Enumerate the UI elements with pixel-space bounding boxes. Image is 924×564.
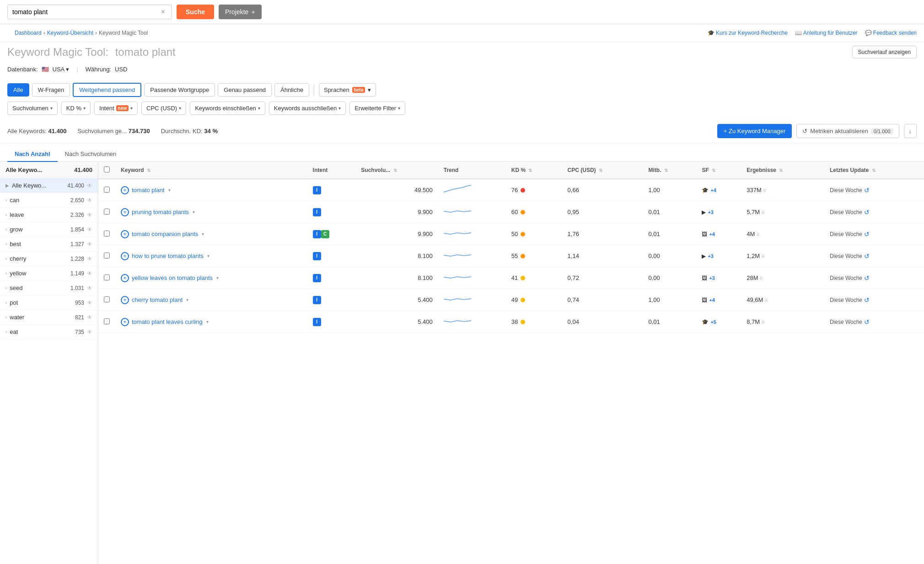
eye-icon[interactable]: 👁 xyxy=(87,285,92,291)
keyword-dropdown-icon[interactable]: ▾ xyxy=(207,253,210,258)
sf-column-header[interactable]: SF ⇅ xyxy=(696,162,741,179)
eye-icon[interactable]: 👁 xyxy=(87,197,92,204)
sf-plus[interactable]: +3 xyxy=(709,275,715,281)
search-input[interactable] xyxy=(12,8,159,16)
sort-tab-anzahl[interactable]: Nach Anzahl xyxy=(7,147,58,162)
sf-plus[interactable]: +3 xyxy=(708,209,714,215)
sort-tab-suchvolumen[interactable]: Nach Suchvolumen xyxy=(58,147,124,162)
refresh-icon[interactable]: ↺ xyxy=(864,274,870,282)
feedback-link[interactable]: 💬 Feedback senden xyxy=(865,30,917,36)
update-column-header[interactable]: Letztes Update ⇅ xyxy=(824,162,924,179)
refresh-icon[interactable]: ↺ xyxy=(864,296,870,304)
sidebar-item-cherry[interactable]: › cherry 1.228 👁 xyxy=(0,252,98,266)
anleitung-link[interactable]: 📖 Anleitung für Benutzer xyxy=(795,30,858,36)
breadcrumb-keyword-overview[interactable]: Keyword-Übersicht xyxy=(47,30,93,36)
keyword-dropdown-icon[interactable]: ▾ xyxy=(193,209,195,215)
row-checkbox-cell[interactable] xyxy=(98,223,115,245)
keyword-link[interactable]: tomato plant xyxy=(132,187,165,193)
refresh-icon[interactable]: ↺ xyxy=(864,231,870,238)
keyword-column-header[interactable]: Keyword ⇅ xyxy=(115,162,307,179)
row-checkbox-cell[interactable] xyxy=(98,267,115,289)
add-keyword-icon[interactable]: + xyxy=(121,208,129,216)
keywords-exclude-filter[interactable]: Keywords ausschließen ▾ xyxy=(269,102,346,115)
add-keyword-icon[interactable]: + xyxy=(121,296,129,304)
eye-icon[interactable]: 👁 xyxy=(87,183,92,189)
tab-weitgehend[interactable]: Weitgehend passend xyxy=(73,83,141,97)
keyword-dropdown-icon[interactable]: ▾ xyxy=(216,275,219,280)
sf-plus[interactable]: +4 xyxy=(709,231,715,237)
sidebar-item-pot[interactable]: › pot 953 👁 xyxy=(0,295,98,310)
export-button[interactable]: ↓ xyxy=(904,124,917,138)
suchvolumen-filter[interactable]: Suchvolumen ▾ xyxy=(7,102,58,115)
sf-plus[interactable]: +4 xyxy=(709,297,715,303)
refresh-icon[interactable]: ↺ xyxy=(864,252,870,260)
eye-icon[interactable]: 👁 xyxy=(87,300,92,306)
kd-filter[interactable]: KD % ▾ xyxy=(61,102,91,115)
keyword-dropdown-icon[interactable]: ▾ xyxy=(168,188,171,193)
country-dropdown[interactable]: USA ▾ xyxy=(53,66,70,73)
keyword-link[interactable]: tomato plant leaves curling xyxy=(132,318,203,325)
keyword-link[interactable]: how to prune tomato plants xyxy=(132,252,204,259)
tab-alle[interactable]: Alle xyxy=(7,83,29,97)
intent-column-header[interactable]: Intent xyxy=(307,162,356,179)
row-checkbox-cell[interactable] xyxy=(98,179,115,201)
keywords-include-filter[interactable]: Keywords einschließen ▾ xyxy=(190,102,265,115)
projekte-button[interactable]: Projekte + xyxy=(219,5,262,19)
eye-icon[interactable]: 👁 xyxy=(87,314,92,321)
select-all-header[interactable] xyxy=(98,162,115,179)
clear-button[interactable]: × xyxy=(159,8,167,16)
keyword-link[interactable]: yellow leaves on tomato plants xyxy=(132,274,213,281)
keyword-dropdown-icon[interactable]: ▾ xyxy=(202,231,204,236)
refresh-icon[interactable]: ↺ xyxy=(864,318,870,326)
eye-icon[interactable]: 👁 xyxy=(87,241,92,247)
cpc-column-header[interactable]: CPC (USD) ⇅ xyxy=(562,162,643,179)
sprachen-dropdown[interactable]: Sprachen beta ▾ xyxy=(319,83,376,97)
keyword-dropdown-icon[interactable]: ▾ xyxy=(206,319,209,324)
row-checkbox-cell[interactable] xyxy=(98,201,115,223)
eye-icon[interactable]: 👁 xyxy=(87,256,92,262)
sidebar-item-seed[interactable]: › seed 1.031 👁 xyxy=(0,281,98,295)
update-metrics-button[interactable]: ↺ Metriken aktualisieren 0/1.000 xyxy=(796,124,899,138)
add-to-keyword-manager-button[interactable]: + Zu Keyword Manager xyxy=(717,124,792,138)
advanced-filter[interactable]: Erweiterte Filter ▾ xyxy=(349,102,405,115)
refresh-icon[interactable]: ↺ xyxy=(864,187,870,194)
keyword-link[interactable]: cherry tomato plant xyxy=(132,296,183,303)
row-checkbox-cell[interactable] xyxy=(98,245,115,267)
row-checkbox-cell[interactable] xyxy=(98,311,115,333)
add-keyword-icon[interactable]: + xyxy=(121,186,129,194)
refresh-icon[interactable]: ↺ xyxy=(864,209,870,216)
sf-plus[interactable]: +4 xyxy=(710,188,716,193)
add-keyword-icon[interactable]: + xyxy=(121,252,129,260)
eye-icon[interactable]: 👁 xyxy=(87,212,92,218)
sidebar-item-water[interactable]: › water 821 👁 xyxy=(0,310,98,325)
add-keyword-icon[interactable]: + xyxy=(121,318,129,326)
suche-button[interactable]: Suche xyxy=(177,5,214,19)
eye-icon[interactable]: 👁 xyxy=(87,226,92,233)
sf-plus[interactable]: +3 xyxy=(708,253,714,259)
sidebar-item-all[interactable]: ▶ Alle Keywo... 41.400 👁 xyxy=(0,178,98,193)
results-column-header[interactable]: Ergebnisse ⇅ xyxy=(741,162,824,179)
intent-filter[interactable]: Intent new ▾ xyxy=(94,102,138,115)
row-checkbox-cell[interactable] xyxy=(98,289,115,311)
sidebar-item-grow[interactable]: › grow 1.854 👁 xyxy=(0,222,98,237)
keyword-dropdown-icon[interactable]: ▾ xyxy=(186,297,188,302)
sidebar-item-leave[interactable]: › leave 2.326 👁 xyxy=(0,208,98,222)
keyword-link[interactable]: tomato companion plants xyxy=(132,231,198,237)
breadcrumb-dashboard[interactable]: Dashboard xyxy=(15,30,42,36)
tab-genau[interactable]: Genau passend xyxy=(218,83,272,97)
volume-column-header[interactable]: Suchvolu... ⇅ xyxy=(355,162,438,179)
tab-w-fragen[interactable]: W-Fragen xyxy=(32,83,70,97)
mitb-column-header[interactable]: Mitb. ⇅ xyxy=(643,162,696,179)
sidebar-item-can[interactable]: › can 2.650 👁 xyxy=(0,193,98,208)
cpc-filter[interactable]: CPC (USD) ▾ xyxy=(141,102,186,115)
sidebar-item-yellow[interactable]: › yellow 1.149 👁 xyxy=(0,266,98,281)
sidebar-item-best[interactable]: › best 1.327 👁 xyxy=(0,237,98,252)
kurs-link[interactable]: 🎓 Kurs zur Keyword-Recherche xyxy=(708,30,788,36)
add-keyword-icon[interactable]: + xyxy=(121,230,129,238)
sf-plus[interactable]: +5 xyxy=(710,319,716,325)
keyword-link[interactable]: pruning tomato plants xyxy=(132,209,189,215)
kd-column-header[interactable]: KD % ⇅ xyxy=(506,162,562,179)
tab-passende[interactable]: Passende Wortgruppe xyxy=(144,83,215,97)
tab-aehnliche[interactable]: Ähnliche xyxy=(274,83,309,97)
show-history-button[interactable]: Suchverlauf anzeigen xyxy=(852,46,917,59)
